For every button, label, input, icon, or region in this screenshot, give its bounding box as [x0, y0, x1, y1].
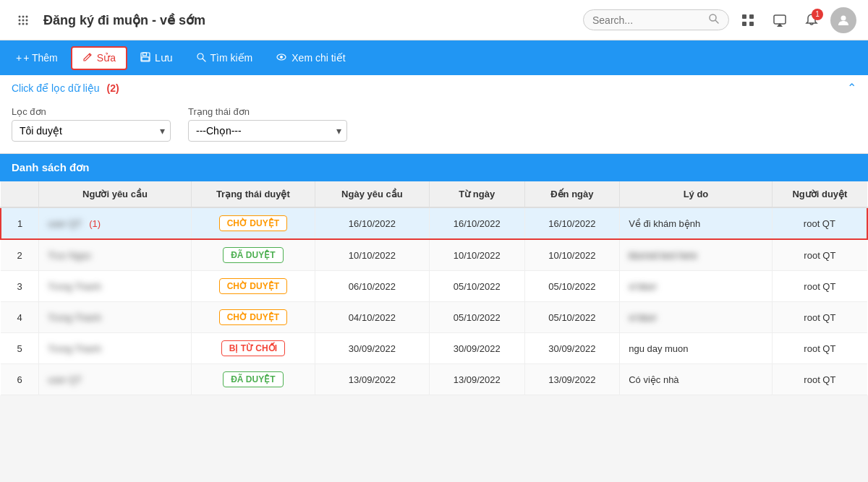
svg-point-1 [22, 15, 25, 17]
filter-group-trang-thai: Trạng thái đơn ---Chọn--- [188, 106, 347, 142]
cell-nguoi-duyet: root QT [772, 239, 867, 271]
cell-num: 2 [1, 239, 39, 271]
save-button[interactable]: Lưu [130, 48, 183, 69]
col-header-num [1, 181, 39, 207]
col-header-den-ngay: Đến ngày [524, 181, 620, 207]
trang-thai-select[interactable]: ---Chọn--- [188, 120, 347, 142]
cell-tu-ngay: 30/09/2022 [429, 333, 524, 364]
loc-don-select-wrapper: Tôi duyệt [12, 120, 171, 142]
cell-num: 3 [1, 271, 39, 302]
cell-tu-ngay: 05/10/2022 [429, 302, 524, 333]
cell-nguoi-yeu-cau: Trong Thanh [39, 271, 192, 302]
filter-group-loc-don: Lọc đơn Tôi duyệt [12, 106, 171, 142]
svg-point-7 [22, 22, 25, 25]
svg-line-21 [203, 59, 205, 61]
table-row[interactable]: 1user QT(1)CHỜ DUYỆT16/10/202216/10/2022… [1, 207, 867, 239]
eye-icon [276, 52, 287, 64]
cell-tu-ngay: 05/10/2022 [429, 271, 524, 302]
view-detail-label: Xem chi tiết [292, 52, 345, 64]
col-header-ngay-yeu-cau: Ngày yêu cầu [315, 181, 429, 207]
svg-point-2 [26, 15, 28, 17]
apps-icon-btn[interactable] [735, 7, 761, 33]
svg-rect-13 [742, 22, 746, 26]
cell-nguoi-duyet: root QT [772, 302, 867, 333]
cell-nguoi-yeu-cau: user QT [39, 364, 192, 395]
svg-point-4 [22, 19, 25, 21]
cell-num: 4 [1, 302, 39, 333]
cell-nguoi-yeu-cau: Trong Thanh [39, 302, 192, 333]
search-input[interactable] [592, 14, 708, 26]
table-row[interactable]: 4Trong ThanhCHỜ DUYỆT04/10/202205/10/202… [1, 302, 867, 333]
filter-section: Click để lọc dữ liệu (2) ⌃ Lọc đơn Tôi d… [0, 75, 868, 154]
svg-point-6 [19, 22, 21, 25]
svg-rect-14 [749, 22, 754, 26]
chevron-up-icon: ⌃ [847, 81, 856, 95]
cell-tu-ngay: 16/10/2022 [429, 207, 524, 239]
table-row[interactable]: 2Truc NgọcĐÃ DUYỆT10/10/202210/10/202210… [1, 239, 867, 271]
cell-trang-thai: CHỜ DUYỆT [191, 271, 315, 302]
filter-toggle-text: Click để lọc dữ liệu (2) [12, 82, 119, 94]
notification-badge: 1 [812, 9, 823, 20]
table-row[interactable]: 5Trong ThanhBỊ TỪ CHỐI30/09/202230/09/20… [1, 333, 867, 364]
cell-ly-do: Về đi khám bệnh [620, 207, 773, 239]
cell-ngay-yeu-cau: 06/10/2022 [315, 271, 429, 302]
add-label: + Thêm [23, 52, 58, 64]
table-row[interactable]: 6user QTĐÃ DUYỆT13/09/202213/09/202213/0… [1, 364, 867, 395]
svg-line-10 [716, 21, 719, 24]
col-header-tu-ngay: Từ ngày [429, 181, 524, 207]
col-header-nguoi-duyet: Người duyệt [772, 181, 867, 207]
header-right: 1 [583, 7, 856, 33]
toolbar: + + Thêm Sửa Lưu Tìm kiếm [0, 40, 868, 75]
add-icon: + [16, 52, 22, 64]
cell-trang-thai: ĐÃ DUYỆT [191, 364, 315, 395]
svg-rect-15 [774, 15, 786, 24]
header: Đăng ký đi muộn - về sớm [0, 0, 868, 40]
notification-icon-btn[interactable]: 1 [799, 7, 825, 33]
cell-num: 1 [1, 207, 39, 239]
svg-rect-11 [742, 14, 746, 19]
add-button[interactable]: + + Thêm [6, 48, 68, 68]
cell-ngay-yeu-cau: 10/10/2022 [315, 239, 429, 271]
svg-rect-12 [749, 14, 754, 19]
cell-ly-do: ngu day muon [620, 333, 773, 364]
filter-toggle[interactable]: Click để lọc dữ liệu (2) ⌃ [0, 75, 868, 100]
cell-nguoi-duyet: root QT [772, 207, 867, 239]
table-section: Danh sách đơn Người yêu cầu Trạng thái d… [0, 154, 868, 395]
cell-nguoi-duyet: root QT [772, 364, 867, 395]
search-box[interactable] [583, 9, 729, 30]
save-label: Lưu [155, 52, 173, 64]
svg-point-3 [19, 19, 21, 21]
cell-ly-do: Có việc nhà [620, 364, 773, 395]
loc-don-select[interactable]: Tôi duyệt [12, 120, 171, 142]
cell-trang-thai: BỊ TỪ CHỐI [191, 333, 315, 364]
edit-button[interactable]: Sửa [71, 46, 127, 70]
svg-point-16 [841, 15, 846, 20]
cell-ngay-yeu-cau: 13/09/2022 [315, 364, 429, 395]
table-row[interactable]: 3Trong ThanhCHỜ DUYỆT06/10/202205/10/202… [1, 271, 867, 302]
cell-nguoi-duyet: root QT [772, 333, 867, 364]
cell-nguoi-yeu-cau: Truc Ngọc [39, 239, 192, 271]
cell-trang-thai: CHỜ DUYỆT [191, 302, 315, 333]
cell-tu-ngay: 13/09/2022 [429, 364, 524, 395]
search-button[interactable]: Tìm kiếm [186, 48, 263, 69]
cell-den-ngay: 30/09/2022 [524, 333, 620, 364]
avatar[interactable] [830, 7, 856, 33]
cell-ngay-yeu-cau: 04/10/2022 [315, 302, 429, 333]
table-header: Người yêu cầu Trạng thái duyệt Ngày yêu … [1, 181, 867, 207]
view-detail-button[interactable]: Xem chi tiết [265, 48, 355, 69]
table-body: 1user QT(1)CHỜ DUYỆT16/10/202216/10/2022… [1, 207, 867, 395]
edit-icon [82, 52, 93, 64]
svg-rect-19 [142, 57, 149, 61]
cell-trang-thai: CHỜ DUYỆT [191, 207, 315, 239]
data-table: Người yêu cầu Trạng thái duyệt Ngày yêu … [0, 181, 868, 395]
svg-point-8 [26, 22, 28, 25]
cell-num: 5 [1, 333, 39, 364]
search-label: Tìm kiếm [210, 52, 253, 64]
col-header-nguoi-yeu-cau: Người yêu cầu [39, 181, 192, 207]
chat-icon-btn[interactable] [767, 7, 793, 33]
cell-num: 6 [1, 364, 39, 395]
menu-icon[interactable] [12, 9, 35, 32]
cell-trang-thai: ĐÃ DUYỆT [191, 239, 315, 271]
cell-ly-do: vl blurr [620, 271, 773, 302]
loc-don-label: Lọc đơn [12, 106, 171, 117]
